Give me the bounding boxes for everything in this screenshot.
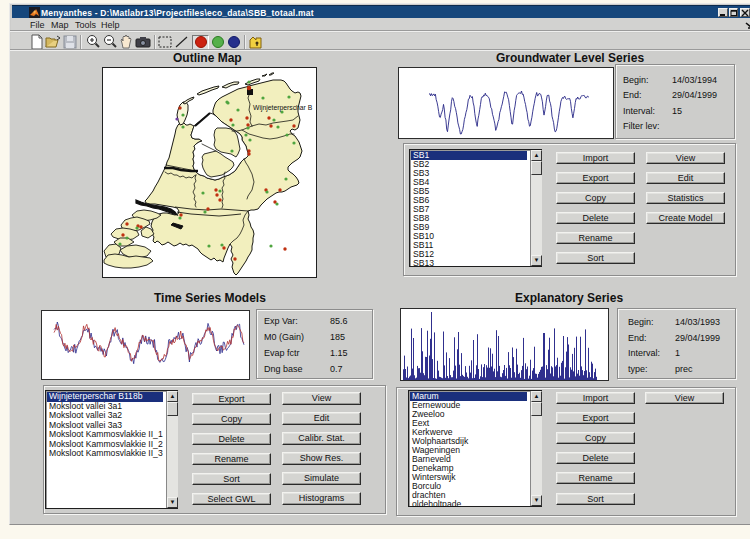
svg-text:Wijnjeterperschar B: Wijnjeterperschar B [253, 104, 313, 112]
